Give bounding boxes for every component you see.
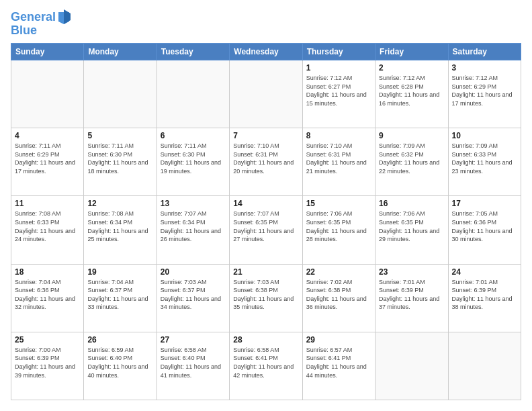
day-info: Sunrise: 7:10 AM Sunset: 6:31 PM Dayligh… xyxy=(233,142,298,175)
calendar-cell: 6Sunrise: 7:11 AM Sunset: 6:30 PM Daylig… xyxy=(157,128,229,196)
page: General Blue SundayMondayTuesdayWednesda… xyxy=(0,0,532,411)
calendar-cell: 21Sunrise: 7:03 AM Sunset: 6:38 PM Dayli… xyxy=(230,264,302,332)
day-info: Sunrise: 6:57 AM Sunset: 6:41 PM Dayligh… xyxy=(306,346,371,379)
weekday-header-row: SundayMondayTuesdayWednesdayThursdayFrid… xyxy=(11,44,521,60)
day-info: Sunrise: 6:58 AM Sunset: 6:40 PM Dayligh… xyxy=(161,346,226,379)
day-number: 13 xyxy=(161,199,226,208)
day-info: Sunrise: 7:03 AM Sunset: 6:37 PM Dayligh… xyxy=(161,278,226,312)
day-info: Sunrise: 7:12 AM Sunset: 6:27 PM Dayligh… xyxy=(306,74,371,107)
calendar-cell: 19Sunrise: 7:04 AM Sunset: 6:37 PM Dayli… xyxy=(84,264,157,332)
calendar-cell xyxy=(230,60,302,128)
day-info: Sunrise: 7:07 AM Sunset: 6:34 PM Dayligh… xyxy=(161,210,226,243)
weekday-header-thursday: Thursday xyxy=(302,44,375,60)
calendar-cell: 2Sunrise: 7:12 AM Sunset: 6:28 PM Daylig… xyxy=(375,60,448,128)
day-info: Sunrise: 7:06 AM Sunset: 6:35 PM Dayligh… xyxy=(379,210,444,243)
day-info: Sunrise: 7:07 AM Sunset: 6:35 PM Dayligh… xyxy=(233,210,298,243)
day-number: 16 xyxy=(379,199,444,208)
calendar-cell: 13Sunrise: 7:07 AM Sunset: 6:34 PM Dayli… xyxy=(157,196,229,264)
day-number: 28 xyxy=(233,335,298,345)
day-number: 21 xyxy=(233,267,298,277)
day-info: Sunrise: 7:00 AM Sunset: 6:39 PM Dayligh… xyxy=(15,346,80,379)
day-number: 19 xyxy=(87,267,152,277)
day-number: 6 xyxy=(161,131,226,140)
day-number: 25 xyxy=(15,335,80,345)
day-number: 23 xyxy=(379,267,444,277)
calendar-cell: 20Sunrise: 7:03 AM Sunset: 6:37 PM Dayli… xyxy=(157,264,229,332)
day-info: Sunrise: 7:10 AM Sunset: 6:31 PM Dayligh… xyxy=(306,142,371,175)
day-info: Sunrise: 7:09 AM Sunset: 6:33 PM Dayligh… xyxy=(452,142,517,175)
day-info: Sunrise: 7:11 AM Sunset: 6:30 PM Dayligh… xyxy=(161,142,226,175)
svg-marker-1 xyxy=(64,9,71,24)
day-number: 18 xyxy=(15,267,80,277)
weekday-header-monday: Monday xyxy=(84,44,157,60)
calendar-cell: 18Sunrise: 7:04 AM Sunset: 6:36 PM Dayli… xyxy=(11,264,84,332)
calendar-cell: 26Sunrise: 6:59 AM Sunset: 6:40 PM Dayli… xyxy=(84,332,157,400)
calendar-cell: 27Sunrise: 6:58 AM Sunset: 6:40 PM Dayli… xyxy=(157,332,229,400)
day-info: Sunrise: 6:58 AM Sunset: 6:41 PM Dayligh… xyxy=(233,346,298,379)
calendar-cell: 1Sunrise: 7:12 AM Sunset: 6:27 PM Daylig… xyxy=(302,60,375,128)
day-info: Sunrise: 7:01 AM Sunset: 6:39 PM Dayligh… xyxy=(379,278,444,312)
calendar-cell: 3Sunrise: 7:12 AM Sunset: 6:29 PM Daylig… xyxy=(448,60,521,128)
day-number: 14 xyxy=(233,199,298,208)
logo-text: General xyxy=(11,11,56,24)
day-info: Sunrise: 7:08 AM Sunset: 6:34 PM Dayligh… xyxy=(87,210,152,243)
day-number: 3 xyxy=(452,63,517,73)
calendar-cell: 9Sunrise: 7:09 AM Sunset: 6:32 PM Daylig… xyxy=(375,128,448,196)
day-number: 1 xyxy=(306,63,371,73)
day-info: Sunrise: 7:12 AM Sunset: 6:28 PM Dayligh… xyxy=(379,74,444,107)
calendar-cell: 14Sunrise: 7:07 AM Sunset: 6:35 PM Dayli… xyxy=(230,196,302,264)
day-info: Sunrise: 7:05 AM Sunset: 6:36 PM Dayligh… xyxy=(452,210,517,243)
day-info: Sunrise: 7:02 AM Sunset: 6:38 PM Dayligh… xyxy=(306,278,371,312)
calendar-cell: 8Sunrise: 7:10 AM Sunset: 6:31 PM Daylig… xyxy=(302,128,375,196)
day-info: Sunrise: 7:11 AM Sunset: 6:29 PM Dayligh… xyxy=(15,142,80,175)
calendar-cell xyxy=(448,332,521,400)
weekday-header-friday: Friday xyxy=(375,44,448,60)
logo-blue: Blue xyxy=(11,24,71,36)
calendar-cell: 29Sunrise: 6:57 AM Sunset: 6:41 PM Dayli… xyxy=(302,332,375,400)
calendar-cell xyxy=(84,60,157,128)
day-info: Sunrise: 7:01 AM Sunset: 6:39 PM Dayligh… xyxy=(452,278,517,312)
day-info: Sunrise: 6:59 AM Sunset: 6:40 PM Dayligh… xyxy=(87,346,152,379)
day-number: 9 xyxy=(379,131,444,140)
logo: General Blue xyxy=(11,11,71,36)
calendar-cell: 4Sunrise: 7:11 AM Sunset: 6:29 PM Daylig… xyxy=(11,128,84,196)
header: General Blue xyxy=(11,11,521,36)
day-number: 7 xyxy=(233,131,298,140)
day-number: 15 xyxy=(306,199,371,208)
calendar-cell: 15Sunrise: 7:06 AM Sunset: 6:35 PM Dayli… xyxy=(302,196,375,264)
calendar-week-3: 18Sunrise: 7:04 AM Sunset: 6:36 PM Dayli… xyxy=(11,264,521,332)
day-number: 20 xyxy=(161,267,226,277)
day-number: 17 xyxy=(452,199,517,208)
weekday-header-saturday: Saturday xyxy=(448,44,521,60)
calendar-table: SundayMondayTuesdayWednesdayThursdayFrid… xyxy=(11,43,521,400)
day-number: 27 xyxy=(161,335,226,345)
day-info: Sunrise: 7:12 AM Sunset: 6:29 PM Dayligh… xyxy=(452,74,517,107)
calendar-week-2: 11Sunrise: 7:08 AM Sunset: 6:33 PM Dayli… xyxy=(11,196,521,264)
calendar-cell: 5Sunrise: 7:11 AM Sunset: 6:30 PM Daylig… xyxy=(84,128,157,196)
weekday-header-wednesday: Wednesday xyxy=(230,44,302,60)
day-number: 5 xyxy=(87,131,152,140)
day-number: 2 xyxy=(379,63,444,73)
calendar-cell: 22Sunrise: 7:02 AM Sunset: 6:38 PM Dayli… xyxy=(302,264,375,332)
weekday-header-sunday: Sunday xyxy=(11,44,84,60)
logo-icon xyxy=(57,9,71,24)
day-number: 26 xyxy=(87,335,152,345)
calendar-week-0: 1Sunrise: 7:12 AM Sunset: 6:27 PM Daylig… xyxy=(11,60,521,128)
calendar-cell: 17Sunrise: 7:05 AM Sunset: 6:36 PM Dayli… xyxy=(448,196,521,264)
day-number: 4 xyxy=(15,131,80,140)
day-number: 22 xyxy=(306,267,371,277)
calendar-cell xyxy=(157,60,229,128)
calendar-cell: 23Sunrise: 7:01 AM Sunset: 6:39 PM Dayli… xyxy=(375,264,448,332)
day-number: 10 xyxy=(452,131,517,140)
day-info: Sunrise: 7:04 AM Sunset: 6:36 PM Dayligh… xyxy=(15,278,80,312)
calendar-cell: 28Sunrise: 6:58 AM Sunset: 6:41 PM Dayli… xyxy=(230,332,302,400)
day-info: Sunrise: 7:09 AM Sunset: 6:32 PM Dayligh… xyxy=(379,142,444,175)
calendar-cell: 10Sunrise: 7:09 AM Sunset: 6:33 PM Dayli… xyxy=(448,128,521,196)
day-number: 8 xyxy=(306,131,371,140)
day-info: Sunrise: 7:06 AM Sunset: 6:35 PM Dayligh… xyxy=(306,210,371,243)
calendar-week-4: 25Sunrise: 7:00 AM Sunset: 6:39 PM Dayli… xyxy=(11,332,521,400)
day-number: 12 xyxy=(87,199,152,208)
day-info: Sunrise: 7:11 AM Sunset: 6:30 PM Dayligh… xyxy=(87,142,152,175)
calendar-cell xyxy=(11,60,84,128)
day-number: 29 xyxy=(306,335,371,345)
